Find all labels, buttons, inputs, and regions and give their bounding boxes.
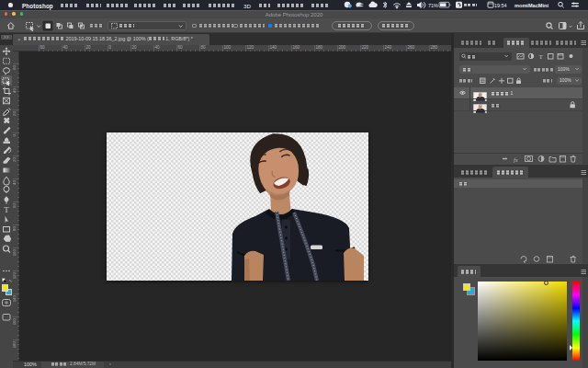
svg-text:T: T xyxy=(539,53,544,61)
svg-text:T: T xyxy=(4,205,9,214)
svg-text:fx: fx xyxy=(514,156,518,163)
